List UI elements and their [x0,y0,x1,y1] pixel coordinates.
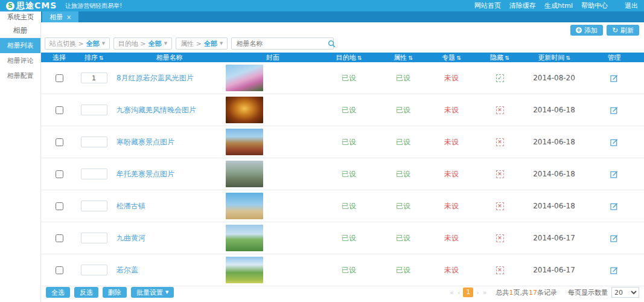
destination-status[interactable]: 已设 [342,201,356,211]
nav-clear-cache[interactable]: 清除缓存 [509,1,536,10]
album-cover-image[interactable] [226,193,263,219]
column-header-attribute[interactable]: 属性⇅ [379,53,427,62]
destination-status[interactable]: 已设 [342,73,356,83]
album-cover-image[interactable] [226,65,263,91]
attribute-status[interactable]: 已设 [396,105,410,115]
topic-status[interactable]: 未设 [444,265,459,275]
column-header-sort[interactable]: 排序⇅ [77,53,110,62]
nav-generate-html[interactable]: 生成html [544,1,573,10]
edit-icon[interactable] [610,202,618,210]
album-cover-image[interactable] [226,129,263,155]
sort-order-input[interactable] [81,233,107,243]
nav-site-home[interactable]: 网站首页 [474,1,501,10]
search-input[interactable] [232,40,328,48]
topic-status[interactable]: 未设 [444,233,459,243]
column-header-topic[interactable]: 专题⇅ [427,53,476,62]
sort-order-input[interactable] [81,169,107,179]
edit-icon[interactable] [610,234,618,242]
sidebar-item-album-comments[interactable]: 相册评论 [0,53,40,68]
destination-status[interactable]: 已设 [342,137,356,147]
album-cover-image[interactable] [226,161,263,187]
attribute-filter-dropdown[interactable]: 属性 >全部 ▼ [176,37,228,50]
tab-album[interactable]: 相册 × [42,11,78,22]
hidden-toggle-icon[interactable]: ✕ [496,234,504,242]
sidebar-item-album-config[interactable]: 相册配置 [0,68,40,83]
destination-status[interactable]: 已设 [342,265,356,275]
attribute-status[interactable]: 已设 [396,201,410,211]
destination-filter-dropdown[interactable]: 目的地 >全部 ▼ [113,37,172,50]
sort-arrows-icon[interactable]: ⇅ [99,55,104,61]
first-page-button[interactable]: « [449,289,454,297]
edit-icon[interactable] [610,138,618,146]
edit-icon[interactable] [610,266,618,274]
row-checkbox[interactable] [56,106,63,114]
album-cover-image[interactable] [226,257,263,283]
per-page-select[interactable]: 20 [611,287,639,298]
prev-page-button[interactable]: ‹ [457,289,461,297]
next-page-button[interactable]: › [476,289,479,297]
sidebar-item-album-list[interactable]: 相册列表 [0,38,40,53]
current-page-button[interactable]: 1 [463,288,473,297]
attribute-status[interactable]: 已设 [396,169,410,179]
sort-arrows-icon[interactable]: ⇅ [408,55,413,61]
attribute-status[interactable]: 已设 [396,265,410,275]
hidden-toggle-icon[interactable]: ✕ [496,106,504,114]
column-header-updated[interactable]: 更新时间⇅ [524,53,584,62]
topic-status[interactable]: 未设 [444,73,459,83]
hidden-toggle-icon[interactable]: ✕ [496,138,504,146]
tab-close-icon[interactable]: × [66,14,71,21]
tab-system-home[interactable]: 系统主页 [0,11,41,22]
album-name-link[interactable]: 牟托羌寨景点图片 [116,169,174,179]
column-header-hidden[interactable]: 隐藏⇅ [476,53,524,62]
topic-status[interactable]: 未设 [444,201,459,211]
row-checkbox[interactable] [56,202,63,210]
add-button[interactable]: + 添加 [570,25,603,36]
row-checkbox[interactable] [56,266,63,274]
nav-logout[interactable]: 退出 [625,1,638,10]
hidden-toggle-icon[interactable]: ✕ [496,202,504,210]
album-name-link[interactable]: 九曲黄河 [116,233,145,243]
attribute-status[interactable]: 已设 [396,233,410,243]
last-page-button[interactable]: » [482,289,488,297]
album-name-link[interactable]: 若尔盖 [116,265,138,275]
hidden-toggle-icon[interactable]: ✕ [496,266,504,274]
destination-status[interactable]: 已设 [342,169,356,179]
topic-status[interactable]: 未设 [444,105,459,115]
album-name-link[interactable]: 松潘古镇 [116,201,145,211]
batch-settings-button[interactable]: 批量设置 ▼ [131,287,174,298]
album-name-link[interactable]: 寒盼藏寨景点图片 [116,137,174,147]
delete-button[interactable]: 删除 [103,287,127,298]
sort-arrows-icon[interactable]: ⇅ [456,55,461,61]
hidden-toggle-icon[interactable]: ✓ [496,74,504,82]
topic-status[interactable]: 未设 [444,169,459,179]
nav-help-center[interactable]: 帮助中心 [581,1,608,10]
invert-select-button[interactable]: 反选 [74,287,98,298]
destination-status[interactable]: 已设 [342,233,356,243]
sort-arrows-icon[interactable]: ⇅ [357,55,362,61]
album-cover-image[interactable] [226,225,263,251]
sort-arrows-icon[interactable]: ⇅ [566,55,570,61]
album-cover-image[interactable] [226,97,263,123]
refresh-button[interactable]: ↻ 刷新 [607,25,639,36]
search-button[interactable] [328,38,336,49]
sort-order-input[interactable] [81,201,107,211]
row-checkbox[interactable] [56,170,63,178]
select-all-button[interactable]: 全选 [46,287,70,298]
album-name-link[interactable]: 8月红原若尔盖风光图片 [116,73,194,83]
edit-icon[interactable] [610,106,618,114]
hidden-toggle-icon[interactable]: ✕ [496,170,504,178]
sort-order-input[interactable] [81,265,107,275]
row-checkbox[interactable] [56,74,63,82]
edit-icon[interactable] [610,170,618,178]
site-filter-dropdown[interactable]: 站点切换 >全部 ▼ [45,37,110,50]
sort-order-input[interactable] [81,104,107,115]
sort-order-input[interactable] [81,72,107,83]
album-name-link[interactable]: 九寨沟藏羌风情晚会图片 [116,105,196,115]
row-checkbox[interactable] [56,138,63,146]
sort-arrows-icon[interactable]: ⇅ [505,55,509,61]
edit-icon[interactable] [610,74,618,82]
sort-order-input[interactable] [81,137,107,147]
column-header-destination[interactable]: 目的地⇅ [319,53,379,62]
attribute-status[interactable]: 已设 [396,73,410,83]
attribute-status[interactable]: 已设 [396,137,410,147]
